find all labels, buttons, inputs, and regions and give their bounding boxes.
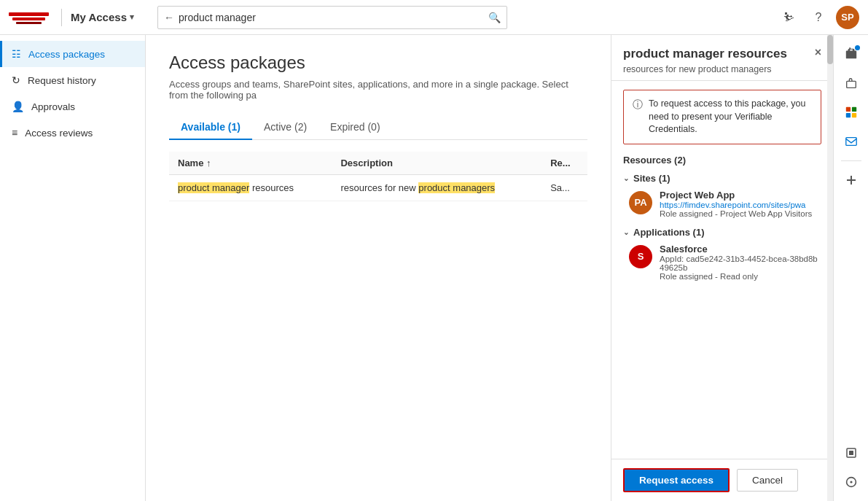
packages-table: Name ↑ Description Re... product manager… [169, 152, 587, 201]
col-description: Description [332, 152, 541, 175]
topbar-right: ⛷ ? SP [778, 6, 859, 29]
svg-rect-7 [851, 113, 856, 117]
tabs-bar: Available (1) Active (2) Expired (0) [169, 115, 587, 140]
table-row[interactable]: product manager resources resources for … [169, 175, 587, 201]
svg-rect-2 [16, 22, 42, 24]
side-panel-title: product manager resources × [623, 47, 821, 61]
sidebar-item-access-packages[interactable]: ☷ Access packages [0, 41, 145, 67]
sidebar: ☷ Access packages ↻ Request history 👤 Ap… [0, 35, 146, 501]
pwa-info: Project Web App https://fimdev.sharepoin… [660, 190, 821, 218]
salesforce-avatar: S [629, 245, 652, 268]
tab-expired[interactable]: Expired (0) [318, 115, 391, 140]
sidebar-item-label: Access reviews [25, 128, 93, 139]
topbar-title[interactable]: My Access ▾ [71, 11, 134, 23]
people-icon[interactable]: ⛷ [778, 6, 801, 29]
package-status: Sa... [541, 175, 587, 201]
search-icon[interactable]: 🔍 [488, 12, 501, 23]
content-area: Access packages Access groups and teams,… [146, 35, 611, 501]
packages-icon: ☷ [12, 48, 21, 60]
history-icon: ↻ [12, 74, 20, 86]
desc-prefix: resources for new [340, 182, 418, 193]
col-status: Re... [541, 152, 587, 175]
chevron-down-icon: ▾ [130, 12, 134, 22]
svg-rect-6 [845, 113, 850, 117]
outlook-icon[interactable] [838, 128, 864, 155]
warning-box: ⓘ To request access to this package, you… [623, 90, 821, 144]
sites-section-toggle[interactable]: ⌄ Sites (1) [623, 173, 821, 184]
right-toolbar [833, 35, 868, 501]
scrollbar-thumb [827, 35, 833, 64]
info-icon: ⓘ [633, 98, 643, 112]
approvals-icon: 👤 [12, 101, 24, 112]
pwa-url: https://fimdev.sharepoint.com/sites/pwa [660, 201, 821, 209]
page-title: Access packages [169, 53, 587, 73]
package-name: product manager resources [169, 175, 332, 201]
add-icon[interactable] [838, 167, 864, 193]
side-panel: product manager resources × resources fo… [611, 35, 833, 501]
salesforce-appid: AppId: cad5e242-31b3-4452-bcea-38bd8b496… [660, 255, 821, 272]
chevron-down-icon-apps: ⌄ [623, 228, 629, 236]
svg-rect-0 [9, 12, 49, 16]
side-panel-body: ⓘ To request access to this package, you… [611, 81, 833, 459]
sidebar-item-label: Approvals [31, 101, 75, 112]
panel-subtitle: resources for new product managers [623, 64, 821, 74]
search-input[interactable] [179, 12, 484, 23]
panel-title-text: product manager resources [623, 47, 787, 61]
office-icon[interactable] [838, 99, 864, 125]
warning-text: To request access to this package, you n… [649, 98, 812, 136]
reviews-icon: ≡ [12, 127, 17, 139]
salesforce-info: Salesforce AppId: cad5e242-31b3-4452-bce… [660, 244, 821, 281]
suitcase-icon[interactable] [838, 70, 864, 96]
package-description: resources for new product managers [332, 175, 541, 201]
svg-rect-8 [845, 138, 856, 146]
sites-section-label: Sites (1) [633, 173, 670, 184]
applications-section-toggle[interactable]: ⌄ Applications (1) [623, 227, 821, 238]
desc-highlight: product managers [418, 182, 495, 193]
col-name: Name ↑ [169, 152, 332, 175]
resource-item-pwa: PA Project Web App https://fimdev.sharep… [623, 190, 821, 218]
help-icon[interactable]: ? [807, 6, 830, 29]
salesforce-role: Role assigned - Read only [660, 272, 821, 281]
svg-rect-1 [12, 18, 45, 20]
applications-section-label: Applications (1) [633, 227, 705, 238]
topbar-title-text: My Access [71, 11, 127, 23]
resource-item-salesforce: S Salesforce AppId: cad5e242-31b3-4452-b… [623, 244, 821, 281]
svg-rect-4 [845, 107, 850, 112]
sidebar-item-request-history[interactable]: ↻ Request history [0, 67, 145, 93]
extensions-icon[interactable] [838, 41, 864, 67]
main-layout: ☷ Access packages ↻ Request history 👤 Ap… [0, 35, 868, 501]
side-panel-header: product manager resources × resources fo… [611, 35, 833, 81]
resize-icon[interactable] [838, 440, 864, 466]
sidebar-item-label: Request history [28, 75, 96, 86]
settings-icon[interactable] [838, 469, 864, 495]
sidebar-item-approvals[interactable]: 👤 Approvals [0, 93, 145, 120]
topbar: My Access ▾ ← 🔍 ⛷ ? SP [0, 0, 868, 35]
svg-rect-12 [849, 451, 853, 455]
pwa-role: Role assigned - Project Web App Visitors [660, 209, 821, 218]
request-access-button[interactable]: Request access [623, 468, 730, 492]
pwa-name: Project Web App [660, 190, 821, 201]
cancel-button[interactable]: Cancel [737, 469, 798, 492]
svg-rect-3 [846, 81, 856, 88]
search-box: ← 🔍 [157, 6, 507, 29]
name-highlight: product manager [178, 182, 249, 193]
toolbar-divider [841, 160, 861, 161]
chevron-down-icon: ⌄ [623, 174, 629, 182]
sidebar-item-label: Access packages [28, 49, 105, 60]
name-suffix: resources [252, 182, 294, 193]
back-arrow-icon[interactable]: ← [164, 12, 174, 23]
tab-available[interactable]: Available (1) [169, 115, 252, 140]
avatar[interactable]: SP [836, 6, 859, 29]
topbar-divider [61, 9, 62, 26]
side-panel-footer: Request access Cancel [611, 459, 833, 501]
page-description: Access groups and teams, SharePoint site… [169, 79, 587, 101]
sidebar-item-access-reviews[interactable]: ≡ Access reviews [0, 120, 145, 146]
tab-active[interactable]: Active (2) [252, 115, 318, 140]
close-icon[interactable]: × [815, 47, 821, 58]
scrollbar-track[interactable] [827, 35, 833, 501]
salesforce-name: Salesforce [660, 244, 821, 255]
pwa-avatar: PA [629, 191, 652, 214]
resources-header: Resources (2) [623, 155, 821, 166]
logo [9, 7, 52, 28]
svg-rect-5 [851, 107, 856, 112]
